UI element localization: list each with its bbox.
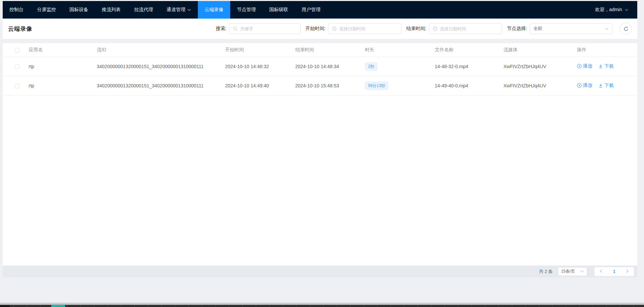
recordings-table: 应用名 流ID 开始时间 结束时间 时长 文件名称 流媒体 操作 rtp 340…: [3, 43, 637, 95]
table-header-row: 应用名 流ID 开始时间 结束时间 时长 文件名称 流媒体 操作: [3, 43, 637, 57]
play-label: 播放: [583, 82, 592, 88]
taskbar[interactable]: [0, 305, 644, 307]
table-row: rtp 34020000001320000151_340200000013100…: [3, 76, 637, 95]
nav-item-label: 通道管理: [166, 7, 185, 13]
nav-item-label: 分屏监控: [37, 7, 56, 13]
col-header-media-server: 流媒体: [498, 43, 572, 57]
col-header-file-name: 文件名称: [430, 43, 498, 57]
nav-item-label: 控制台: [9, 7, 24, 13]
nav-item-gb-devices[interactable]: 国标设备: [63, 1, 95, 19]
search-input-wrapper: [229, 23, 301, 34]
download-icon: [599, 83, 603, 88]
node-select-value: 全部: [533, 26, 542, 32]
app-container: 控制台 分屏监控 国标设备 推流列表 拉流代理 通道管理 云端录像 节点管理 国…: [3, 1, 637, 277]
select-all-checkbox[interactable]: [15, 48, 20, 53]
play-link[interactable]: 播放: [577, 63, 592, 69]
col-header-duration: 时长: [360, 43, 430, 57]
nav-item-channel-mgmt[interactable]: 通道管理: [160, 1, 198, 19]
page-title: 云端录像: [8, 25, 32, 33]
nav-spacer: [327, 1, 586, 19]
nav-item-cloud-recording[interactable]: 云端录像: [198, 1, 230, 19]
cell-media-server: XwFtVZrtZbHJq4UV: [498, 76, 572, 95]
cell-stream-id: 34020000001320000151_3402000000131000011…: [92, 76, 220, 95]
search-input[interactable]: [240, 26, 297, 31]
taskbar-active-segment: [51, 305, 65, 307]
chevron-down-icon: [605, 28, 609, 30]
toolbar: 云端录像 搜索: 开始时间: 结束时间: 节点选择:: [3, 19, 637, 39]
top-nav: 控制台 分屏监控 国标设备 推流列表 拉流代理 通道管理 云端录像 节点管理 国…: [3, 1, 637, 19]
cell-media-server: XwFtVZrtZbHJq4UV: [498, 57, 572, 76]
download-link[interactable]: 下载: [599, 83, 614, 89]
end-time-label: 结束时间:: [406, 26, 426, 32]
recordings-table-card: 应用名 流ID 开始时间 结束时间 时长 文件名称 流媒体 操作 rtp 340…: [3, 43, 637, 266]
nav-item-label: 云端录像: [205, 7, 223, 13]
chevron-down-icon: [625, 9, 628, 11]
download-label: 下载: [604, 83, 614, 89]
start-time-label: 开始时间:: [305, 26, 326, 32]
duration-badge: 2秒: [365, 62, 377, 71]
row-checkbox[interactable]: [15, 84, 20, 88]
pager: 1: [594, 267, 634, 276]
end-time-input[interactable]: [440, 26, 498, 31]
cell-end-time: 2024-10-10 15:48:53: [290, 76, 360, 95]
nav-item-pull-proxy[interactable]: 拉流代理: [127, 1, 160, 19]
col-header-stream-id: 流ID: [92, 43, 220, 57]
chevron-left-icon: [600, 269, 603, 273]
col-header-end-time: 结束时间: [290, 43, 360, 57]
prev-page-button[interactable]: [594, 269, 608, 274]
page-size-value: 15条/页: [561, 269, 575, 274]
user-greeting: 欢迎，admin: [595, 7, 622, 13]
start-time-input[interactable]: [339, 26, 398, 31]
node-select[interactable]: 全部: [530, 23, 612, 34]
download-label: 下载: [604, 63, 614, 69]
row-checkbox[interactable]: [15, 64, 20, 69]
page-size-select[interactable]: 15条/页: [558, 267, 587, 276]
cell-start-time: 2024-10-10 14:49:40: [220, 76, 290, 95]
nav-item-console[interactable]: 控制台: [3, 1, 30, 19]
nav-item-push-list[interactable]: 推流列表: [95, 1, 127, 19]
nav-item-label: 国标级联: [269, 7, 288, 13]
nav-item-split-screen[interactable]: 分屏监控: [30, 1, 63, 19]
search-label: 搜索:: [216, 26, 226, 32]
cell-end-time: 2024-10-10 14:48:34: [290, 57, 360, 76]
taskbar-shadow: [0, 302, 644, 305]
user-menu[interactable]: 欢迎，admin: [586, 1, 637, 19]
col-header-app-name: 应用名: [24, 43, 92, 57]
download-link[interactable]: 下载: [599, 63, 614, 69]
cell-app-name: rtp: [24, 57, 92, 76]
cell-start-time: 2024-10-10 14:48:32: [220, 57, 290, 76]
start-time-picker: [328, 23, 401, 34]
refresh-icon: [623, 26, 628, 31]
play-label: 播放: [583, 63, 592, 69]
section-gap: [3, 39, 637, 43]
table-row: rtp 34020000001320000151_340200000013100…: [3, 57, 637, 76]
col-header-actions: 操作: [572, 43, 637, 57]
chevron-right-icon: [626, 269, 629, 273]
clock-icon: [433, 26, 437, 31]
nav-item-gb-cascade[interactable]: 国标级联: [263, 1, 295, 19]
download-icon: [599, 64, 603, 68]
cell-file-name: 14-49-40-0.mp4: [430, 76, 498, 95]
page-number[interactable]: 1: [608, 269, 621, 274]
nav-item-label: 拉流代理: [134, 7, 153, 13]
refresh-button[interactable]: [620, 23, 632, 35]
play-circle-icon: [577, 83, 582, 88]
nav-item-node-mgmt[interactable]: 节点管理: [230, 1, 263, 19]
cell-stream-id: 34020000001320000151_3402000000131000011…: [92, 57, 220, 76]
end-time-picker: [429, 23, 502, 34]
play-link[interactable]: 播放: [577, 82, 592, 88]
chevron-down-icon: [187, 9, 191, 11]
nav-item-label: 用户管理: [302, 7, 320, 13]
nav-item-label: 节点管理: [237, 7, 256, 13]
taskbar-segment: [0, 305, 9, 307]
cell-app-name: rtp: [24, 76, 92, 95]
nav-item-label: 推流列表: [102, 7, 121, 13]
nav-item-label: 国标设备: [69, 7, 88, 13]
col-header-start-time: 开始时间: [220, 43, 290, 57]
cell-file-name: 14-48-32-0.mp4: [430, 57, 498, 76]
chevron-down-icon: [580, 270, 584, 273]
node-select-label: 节点选择:: [507, 26, 527, 32]
next-page-button[interactable]: [621, 269, 634, 274]
nav-item-user-mgmt[interactable]: 用户管理: [295, 1, 327, 19]
search-icon: [233, 26, 238, 31]
